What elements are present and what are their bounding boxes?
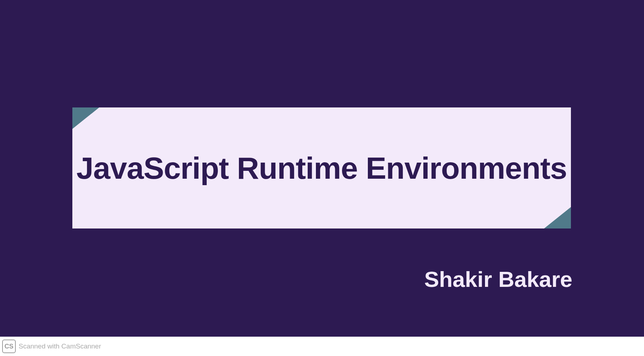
- slide-container: JavaScript Runtime Environments Shakir B…: [0, 0, 644, 337]
- footer-text: Scanned with CamScanner: [19, 342, 101, 350]
- slide-title: JavaScript Runtime Environments: [76, 150, 567, 186]
- camscanner-badge-icon: CS: [2, 340, 16, 353]
- footer-bar: CS Scanned with CamScanner: [0, 337, 644, 356]
- author-name: Shakir Bakare: [424, 266, 572, 292]
- title-box: JavaScript Runtime Environments: [72, 107, 571, 228]
